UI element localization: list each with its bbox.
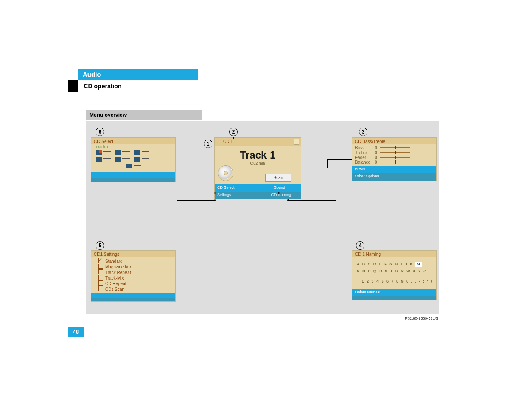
connector-line xyxy=(327,159,352,160)
bullet-icon xyxy=(278,192,280,194)
delete-names[interactable]: Delete Names xyxy=(352,289,436,296)
panel3-title: CD Bass/Treble xyxy=(352,138,436,144)
section-marker xyxy=(68,80,78,92)
section-title-text: CD operation xyxy=(80,80,121,92)
panel-main-header: CD 1 xyxy=(215,138,301,146)
setting-magazine-mix[interactable]: Magazine Mix xyxy=(98,264,173,269)
panel5-footer1 xyxy=(91,293,175,298)
connector-line xyxy=(327,159,328,168)
bullet-icon xyxy=(214,192,216,194)
callout-5: 5 xyxy=(96,241,104,250)
connector-line xyxy=(289,200,336,201)
connector-line xyxy=(336,274,352,274)
panel6-footer1 xyxy=(91,172,175,178)
cd-slot-3-icon xyxy=(134,150,140,155)
panel-settings: CD1 Settings Standard Magazine Mix Track… xyxy=(91,251,175,301)
track-name: Track 1 xyxy=(217,149,298,161)
panel6-footer2 xyxy=(91,178,175,182)
connector-line xyxy=(280,193,336,193)
cd-slot-6-icon xyxy=(134,157,140,162)
bullet-icon xyxy=(287,199,289,201)
menu-settings[interactable]: Settings xyxy=(217,193,231,198)
figure-reference: P82.85-9539-31US xyxy=(405,316,438,321)
other-options[interactable]: Other Options xyxy=(352,173,436,181)
callout-2: 2 xyxy=(229,128,238,136)
row-balance[interactable]: Balance0 xyxy=(355,160,434,165)
callout-1: 1 xyxy=(204,140,212,148)
cd-slot-5-icon xyxy=(115,157,121,162)
row-fader[interactable]: Fader0 xyxy=(355,155,434,160)
cd-grid-row1[interactable] xyxy=(96,150,171,157)
callout-6: 6 xyxy=(96,128,104,136)
connector-line xyxy=(214,144,220,144)
callout-4: 4 xyxy=(356,241,364,250)
setting-cds-scan[interactable]: CDs Scan xyxy=(98,286,173,292)
connector-line xyxy=(190,164,190,193)
menu-cd-select[interactable]: CD Select xyxy=(217,185,235,191)
cd-slot-2-icon xyxy=(115,150,121,155)
row-treble[interactable]: Treble0 xyxy=(355,150,434,155)
panel5-footer2 xyxy=(91,298,175,301)
cd-title: CD 1 xyxy=(223,139,233,144)
setting-track-mix[interactable]: Track-Mix xyxy=(98,275,173,280)
page-number: 48 xyxy=(68,327,84,337)
panel-main-cd: CD 1 Track 1 0:02 min Scan CD Select Sou… xyxy=(215,138,301,199)
setting-track-repeat[interactable]: Track Repeat xyxy=(98,269,173,275)
keyboard-grid[interactable]: A B C D E F G H I J K M N O P Q R S T U … xyxy=(352,257,436,289)
connector-line xyxy=(177,193,215,193)
panel-bass-treble: CD Bass/Treble Bass0 Treble0 Fader0 Bala… xyxy=(352,138,436,181)
menu-sound[interactable]: Sound xyxy=(274,185,285,191)
cd-slot-4-icon xyxy=(96,157,102,162)
setting-cd-repeat[interactable]: CD Repeat xyxy=(98,280,173,286)
connector-line xyxy=(233,137,234,139)
track-time: 0:02 min xyxy=(217,161,298,165)
cd-slot-7-icon xyxy=(126,164,132,168)
connector-line xyxy=(190,200,190,274)
panel4-footer-spacer xyxy=(352,296,436,300)
panel-cd-naming: CD 1 Naming A B C D E F G H I J K M N O … xyxy=(352,251,436,300)
connector-line xyxy=(336,168,336,193)
connector-line xyxy=(302,164,327,164)
cd-grid-row3[interactable] xyxy=(96,164,171,171)
settings-list: Standard Magazine Mix Track Repeat Track… xyxy=(91,257,175,293)
panel5-title: CD1 Settings xyxy=(91,251,175,257)
panel6-body: Track 1 xyxy=(91,144,175,172)
keyboard-highlight: M xyxy=(415,262,422,267)
note-icon xyxy=(294,139,299,145)
panel-cd-select: CD Select Track 1 xyxy=(91,138,175,182)
row-bass[interactable]: Bass0 xyxy=(355,146,434,150)
bullet-icon xyxy=(214,199,216,201)
panel-main-footer1: CD Select Sound xyxy=(215,184,301,192)
disc-icon xyxy=(218,165,233,181)
connector-line xyxy=(177,200,215,201)
cd-slot-1-icon xyxy=(96,150,102,155)
reset-button[interactable]: Reset xyxy=(352,166,436,173)
scan-button[interactable]: Scan xyxy=(265,174,291,182)
panel6-sub: Track 1 xyxy=(96,145,171,149)
setting-standard[interactable]: Standard xyxy=(98,258,173,264)
panel3-body: Bass0 Treble0 Fader0 Balance0 xyxy=(352,144,436,166)
chapter-tab: Audio xyxy=(78,69,198,80)
panel6-title: CD Select xyxy=(91,138,175,144)
figure-title: Menu overview xyxy=(86,110,202,120)
panel-main-body: Track 1 0:02 min Scan xyxy=(215,146,301,184)
connector-line xyxy=(336,200,336,274)
connector-line xyxy=(177,164,190,164)
section-header: CD operation xyxy=(68,80,283,92)
connector-line xyxy=(177,274,190,274)
cd-grid-row2[interactable] xyxy=(96,157,171,164)
callout-3: 3 xyxy=(359,128,367,136)
panel4-title: CD 1 Naming xyxy=(352,251,436,257)
